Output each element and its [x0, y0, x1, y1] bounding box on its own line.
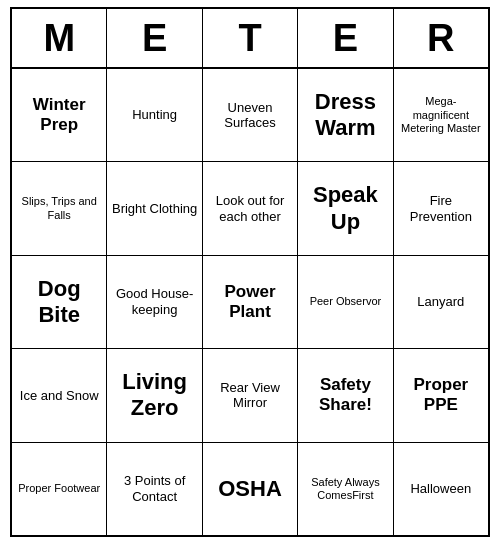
header-letter: R	[394, 9, 488, 67]
bingo-cell: Power Plant	[203, 256, 298, 348]
bingo-cell: Mega-magnificent Metering Master	[394, 69, 488, 161]
header-letter: M	[12, 9, 107, 67]
bingo-card: METER Winter PrepHuntingUneven SurfacesD…	[10, 7, 490, 537]
bingo-cell: Dog Bite	[12, 256, 107, 348]
bingo-cell: Safety Share!	[298, 349, 393, 441]
bingo-cell: Fire Prevention	[394, 162, 488, 254]
bingo-row: Proper Footwear3 Points of ContactOSHASa…	[12, 442, 488, 535]
bingo-cell: Speak Up	[298, 162, 393, 254]
bingo-header: METER	[12, 9, 488, 69]
bingo-cell: Look out for each other	[203, 162, 298, 254]
bingo-cell: Rear View Mirror	[203, 349, 298, 441]
bingo-cell: Peer Observor	[298, 256, 393, 348]
bingo-cell: Safety Always ComesFirst	[298, 443, 393, 535]
bingo-cell: Halloween	[394, 443, 488, 535]
bingo-cell: 3 Points of Contact	[107, 443, 202, 535]
bingo-cell: Lanyard	[394, 256, 488, 348]
bingo-cell: Winter Prep	[12, 69, 107, 161]
header-letter: E	[298, 9, 393, 67]
bingo-cell: Good House-keeping	[107, 256, 202, 348]
bingo-cell: Slips, Trips and Falls	[12, 162, 107, 254]
bingo-cell: Living Zero	[107, 349, 202, 441]
bingo-row: Slips, Trips and FallsBright ClothingLoo…	[12, 161, 488, 254]
bingo-cell: Bright Clothing	[107, 162, 202, 254]
bingo-cell: Proper PPE	[394, 349, 488, 441]
bingo-cell: Ice and Snow	[12, 349, 107, 441]
header-letter: T	[203, 9, 298, 67]
bingo-cell: Uneven Surfaces	[203, 69, 298, 161]
bingo-cell: Proper Footwear	[12, 443, 107, 535]
header-letter: E	[107, 9, 202, 67]
bingo-row: Ice and SnowLiving ZeroRear View MirrorS…	[12, 348, 488, 441]
bingo-cell: Hunting	[107, 69, 202, 161]
bingo-row: Dog BiteGood House-keepingPower PlantPee…	[12, 255, 488, 348]
bingo-cell: OSHA	[203, 443, 298, 535]
bingo-grid: Winter PrepHuntingUneven SurfacesDress W…	[12, 69, 488, 535]
bingo-row: Winter PrepHuntingUneven SurfacesDress W…	[12, 69, 488, 161]
bingo-cell: Dress Warm	[298, 69, 393, 161]
